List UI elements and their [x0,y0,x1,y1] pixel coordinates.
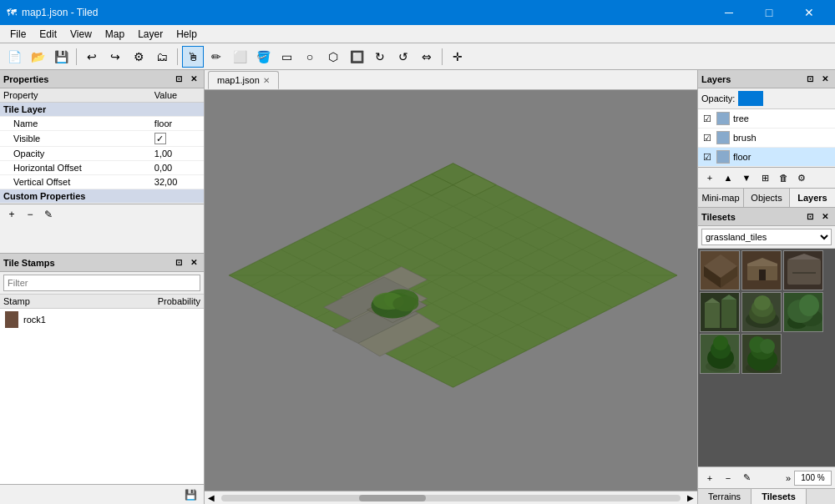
horizontal-scrollbar[interactable]: ◀ ▶ [205,491,697,504]
tile-thumb-3[interactable] [783,250,823,290]
properties-detach-btn[interactable]: ⊡ [172,73,185,86]
stamp-tool[interactable]: 🔲 [346,46,367,68]
tilesets-remove-btn[interactable]: − [720,470,736,486]
tilesets-detach-btn[interactable]: ⊡ [803,210,817,224]
canvas-area[interactable] [205,90,697,491]
tile-thumb-7[interactable] [700,334,740,374]
stamps-col-prob: Probability [158,296,200,306]
app-icon: 🗺 [7,7,17,18]
layers-close-btn[interactable]: ✕ [818,73,832,86]
tile-thumb-1[interactable] [700,250,740,290]
save-button[interactable]: 💾 [50,46,72,68]
section-custom: Custom Properties [0,189,204,204]
tab-tilesets[interactable]: Tilesets [752,489,807,504]
polygon-tool[interactable]: ⬡ [322,46,344,68]
tilesets-close-btn[interactable]: ✕ [818,210,832,224]
flip-h[interactable]: ⇔ [416,46,438,68]
layers-add-btn[interactable]: + [701,169,718,186]
stamp-item-name: rock1 [23,315,46,325]
view-tabs: Mini-map Objects Layers [698,189,835,208]
scroll-right-btn[interactable]: ▶ [684,491,697,505]
redo-button[interactable]: ↪ [104,46,126,68]
layers-remove-btn[interactable]: 🗑 [775,169,792,186]
layer-row-brush[interactable]: ☑ brush [698,129,835,148]
edit-prop-btn[interactable]: ✎ [40,206,57,223]
prop-visible-value: ✓ [151,131,204,147]
settings-button[interactable]: ⚙ [128,46,149,68]
scroll-thumb-h[interactable] [359,495,426,501]
ellipse-tool[interactable]: ○ [299,46,321,68]
stamps-list[interactable]: rock1 [0,309,204,484]
menu-edit[interactable]: Edit [33,27,63,42]
opacity-label: Opacity: [701,93,735,103]
svg-point-38 [392,296,418,312]
erase-tool[interactable]: ⬜ [229,46,250,68]
menu-help[interactable]: Help [170,27,204,42]
new-button[interactable]: 📄 [3,46,25,68]
tile-thumb-2[interactable] [741,250,782,290]
layer-floor-checkbox[interactable]: ☑ [701,151,713,163]
open-button[interactable]: 📂 [27,46,48,68]
layers-duplicate-btn[interactable]: ⊞ [757,169,773,186]
layers-toolbar: + ▲ ▼ ⊞ 🗑 ⚙ [698,167,835,189]
tile-thumb-4[interactable] [700,292,740,332]
layer-tree-checkbox[interactable]: ☑ [701,113,713,124]
move-button[interactable]: ✛ [447,46,468,68]
rect-tool[interactable]: ▭ [276,46,297,68]
tab-objects[interactable]: Objects [744,189,790,207]
menu-view[interactable]: View [63,27,99,42]
stamps-close-btn[interactable]: ✕ [187,256,200,270]
fill-tool[interactable]: 🪣 [252,46,274,68]
tilesets-select[interactable]: grassland_tiles [701,229,832,245]
stamps-title: Tile Stamps [3,258,55,268]
paint-tool[interactable]: ✏ [205,46,227,68]
remove-prop-btn[interactable]: − [22,206,38,223]
layers-move-down-btn[interactable]: ▼ [738,169,755,186]
layers-settings-btn[interactable]: ⚙ [793,169,810,186]
tilesets-header: Tilesets ⊡ ✕ [698,208,835,226]
toolbar-sep-3 [442,48,443,65]
stamps-detach-btn[interactable]: ⊡ [172,256,185,270]
layer-row-tree[interactable]: ☑ tree [698,109,835,129]
rotate-ccw[interactable]: ↺ [392,46,414,68]
add-prop-btn[interactable]: + [3,206,20,223]
layers-move-up-btn[interactable]: ▲ [720,169,736,186]
undo-button[interactable]: ↩ [81,46,103,68]
select-tool[interactable]: 🖱 [182,46,204,68]
properties-close-btn[interactable]: ✕ [187,73,200,86]
tile-thumb-6[interactable] [783,292,823,332]
maximize-button[interactable]: □ [750,0,788,25]
stamp-item-icon [5,311,18,328]
tile-thumb-5[interactable] [741,292,782,332]
tab-map1[interactable]: map1.json ✕ [208,71,279,89]
layer-row-floor[interactable]: ☑ floor [698,148,835,167]
tile-thumb-8[interactable] [741,334,782,374]
list-item[interactable]: rock1 [0,309,204,330]
tab-terrains[interactable]: Terrains [698,489,752,504]
tab-layers[interactable]: Layers [790,189,835,207]
layers-detach-btn[interactable]: ⊡ [803,73,817,86]
properties-scroll[interactable]: Property Value Tile Layer Name floor [0,88,204,204]
tilesets-more-btn[interactable]: » [784,473,792,483]
tilesets-edit-btn[interactable]: ✎ [738,470,755,486]
filter-input[interactable] [3,275,200,291]
scroll-left-btn[interactable]: ◀ [205,491,218,505]
scroll-track-h [221,495,681,501]
menu-file[interactable]: File [3,27,33,42]
toolbar-sep-1 [76,48,77,65]
layers-header-btns: ⊡ ✕ [803,73,832,86]
menu-map[interactable]: Map [99,27,131,42]
tab-minimap[interactable]: Mini-map [698,189,744,207]
rotate-cw[interactable]: ↻ [369,46,391,68]
layers-button[interactable]: 🗂 [151,46,173,68]
stamps-save-btn[interactable]: 💾 [180,486,200,503]
tilesets-zoom-input[interactable] [794,471,832,486]
layer-brush-checkbox[interactable]: ☑ [701,132,713,144]
minimize-button[interactable]: ─ [710,0,748,25]
visible-checkbox[interactable]: ✓ [154,133,166,144]
menu-layer[interactable]: Layer [131,27,170,42]
tilesets-add-btn[interactable]: + [701,470,718,486]
close-button[interactable]: ✕ [790,0,828,25]
tab-map1-close[interactable]: ✕ [263,76,270,85]
tilesets-grid[interactable] [698,249,835,466]
